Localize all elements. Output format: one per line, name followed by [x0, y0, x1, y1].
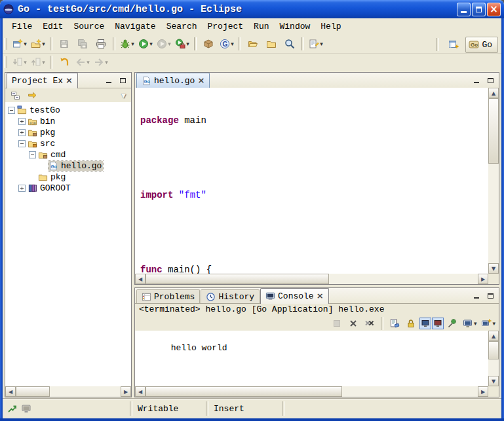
forward-button[interactable] — [92, 54, 110, 71]
menu-run[interactable]: Run — [248, 20, 274, 33]
collapse-all-button[interactable] — [8, 89, 24, 102]
scroll-lock-button[interactable] — [403, 317, 419, 330]
close-tab-icon[interactable] — [197, 76, 204, 86]
minimize-button[interactable] — [457, 3, 471, 16]
terminate-button[interactable] — [329, 317, 345, 330]
expand-expander-icon[interactable] — [18, 118, 26, 125]
collapse-expander-icon[interactable] — [18, 140, 26, 147]
maximize-view-button[interactable] — [484, 75, 497, 86]
menu-navigate[interactable]: Navigate — [109, 20, 161, 33]
close-button[interactable]: × — [487, 3, 501, 16]
previous-annotation-button[interactable] — [29, 54, 47, 71]
expand-expander-icon[interactable] — [18, 129, 26, 136]
link-editor-button[interactable] — [25, 89, 41, 102]
collapse-expander-icon[interactable] — [8, 107, 15, 114]
scrollbar-thumb[interactable] — [145, 386, 342, 397]
scroll-down-icon[interactable] — [488, 263, 499, 274]
tree-item-pkg[interactable]: pkg — [18, 127, 131, 138]
statusbar-icon-1[interactable] — [7, 403, 17, 414]
print-button[interactable] — [92, 35, 110, 52]
close-tab-icon[interactable] — [317, 291, 324, 301]
new-go-app-button[interactable]: G — [218, 35, 236, 52]
collapse-expander-icon[interactable] — [29, 151, 36, 158]
scrollbar-thumb[interactable] — [145, 274, 329, 284]
scroll-right-icon[interactable] — [478, 386, 488, 397]
search-button[interactable] — [281, 35, 299, 52]
run-button[interactable] — [136, 35, 155, 52]
menu-file[interactable]: File — [7, 20, 37, 33]
editor-vscrollbar[interactable] — [488, 88, 499, 274]
tab-hello-go[interactable]: Go hello.go — [136, 73, 210, 88]
scroll-left-icon[interactable] — [135, 274, 145, 284]
menu-window[interactable]: Window — [275, 20, 316, 33]
scroll-up-icon[interactable] — [488, 331, 499, 341]
tree-item-bin[interactable]: 010 bin — [18, 116, 131, 127]
console-hscrollbar[interactable] — [135, 386, 488, 397]
next-annotation-button[interactable] — [10, 54, 29, 71]
tab-history[interactable]: History — [201, 289, 260, 303]
open-resource-button[interactable] — [244, 35, 262, 52]
tab-problems[interactable]: Problems — [136, 289, 200, 303]
save-all-button[interactable] — [73, 35, 92, 52]
scroll-up-icon[interactable] — [488, 88, 499, 98]
new-go-package-button[interactable] — [199, 35, 218, 52]
scroll-right-icon[interactable] — [121, 386, 131, 397]
scroll-down-icon[interactable] — [488, 376, 499, 386]
console-vscrollbar[interactable] — [488, 331, 499, 386]
tree-item-src[interactable]: src — [18, 138, 131, 149]
annotations-button[interactable] — [307, 35, 325, 52]
maximize-button[interactable] — [472, 3, 486, 16]
open-perspective-button[interactable] — [444, 36, 463, 53]
scroll-right-icon[interactable] — [478, 274, 488, 284]
clear-console-button[interactable] — [387, 317, 402, 330]
scrollbar-thumb[interactable] — [488, 341, 499, 359]
scroll-left-icon[interactable] — [5, 386, 16, 397]
scroll-left-icon[interactable] — [135, 386, 145, 397]
open-console-button[interactable] — [479, 317, 497, 330]
save-button[interactable] — [55, 35, 73, 52]
scrollbar-thumb[interactable] — [488, 98, 499, 164]
show-stderr-toggle-button[interactable] — [432, 318, 444, 329]
menu-project[interactable]: Project — [202, 20, 248, 33]
tab-project-explorer[interactable]: Project Ex — [7, 73, 78, 88]
tree-item-hello-go[interactable]: Go hello.go — [39, 160, 131, 172]
toolbar-grip[interactable] — [4, 56, 7, 68]
minimize-view-button[interactable] — [470, 290, 482, 301]
external-tools-button[interactable] — [173, 35, 191, 52]
profile-button[interactable] — [155, 35, 173, 52]
menu-help[interactable]: Help — [315, 20, 346, 33]
display-selected-console-button[interactable] — [461, 317, 479, 330]
close-view-icon[interactable] — [66, 76, 73, 86]
explorer-hscrollbar[interactable] — [5, 386, 131, 397]
tree-item-pkg-leaf[interactable]: pkg — [29, 172, 131, 183]
show-stdout-toggle-button[interactable] — [419, 318, 431, 329]
code-editor[interactable]: package main import "fmt" func main() { … — [135, 88, 488, 274]
last-edit-location-button[interactable] — [55, 54, 73, 71]
remove-all-launches-button[interactable] — [362, 317, 378, 330]
view-menu-button[interactable]: ▼ — [119, 92, 128, 99]
toolbar-grip[interactable] — [4, 38, 7, 50]
menu-search[interactable]: Search — [161, 20, 203, 33]
editor-hscrollbar[interactable] — [135, 274, 488, 284]
new-wizard-button[interactable] — [10, 35, 29, 52]
menu-edit[interactable]: Edit — [37, 20, 68, 33]
new-element-button[interactable] — [29, 35, 47, 52]
open-folder-button[interactable] — [262, 35, 281, 52]
tree-item-cmd[interactable]: cmd — [29, 149, 131, 160]
expand-expander-icon[interactable] — [18, 185, 26, 192]
tab-console[interactable]: Console — [260, 288, 329, 304]
maximize-view-button[interactable] — [117, 75, 129, 86]
debug-button[interactable] — [118, 35, 136, 52]
back-button[interactable] — [73, 54, 92, 71]
tree-item-testgo[interactable]: testGo — [8, 105, 131, 116]
scrollbar-thumb[interactable] — [16, 386, 50, 397]
pin-console-button[interactable] — [444, 317, 460, 330]
minimize-view-button[interactable] — [470, 75, 482, 86]
remove-launch-button[interactable] — [345, 317, 361, 330]
maximize-view-button[interactable] — [484, 290, 497, 301]
minimize-view-button[interactable] — [102, 75, 115, 86]
menu-source[interactable]: Source — [68, 20, 109, 33]
go-perspective-button[interactable]: Go Go — [465, 37, 498, 53]
statusbar-icon-2[interactable] — [21, 403, 31, 414]
title-bar[interactable]: Go - testGo/src/cmd/hello.go - Eclipse × — [0, 0, 504, 18]
